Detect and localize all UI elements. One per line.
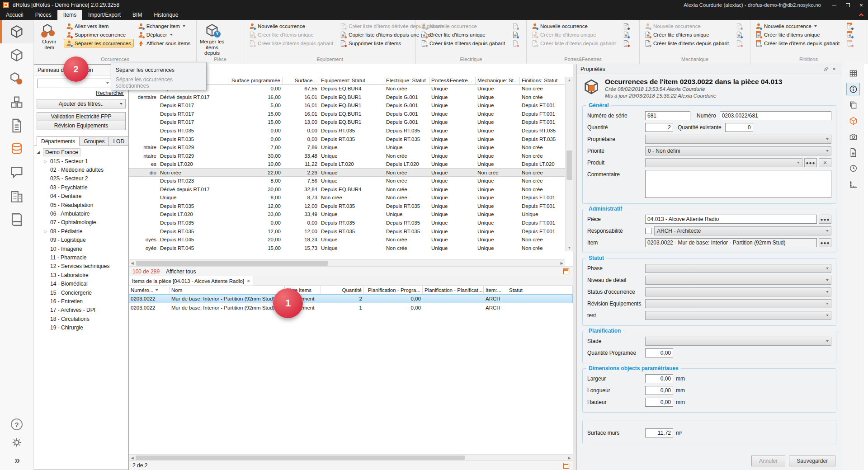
history-clock-icon[interactable] (846, 162, 860, 174)
priorite-select[interactable]: 0 - Non défini (645, 146, 831, 155)
tree-item[interactable]: ▷01S - Secteur 1 (34, 157, 128, 165)
table-row[interactable]: Depuis RT.03512,0012,00Depuis RT.035Depu… (129, 202, 573, 211)
tab-groupes[interactable]: Groupes (80, 136, 109, 146)
scroll-down-icon[interactable]: ▼ (566, 244, 573, 251)
table-row[interactable]: Unique8,008,73Non créeNon créeUniqueUniq… (129, 193, 573, 202)
module-rooms-icon[interactable] (0, 20, 33, 43)
tree-item[interactable]: 02 - Médecine adultes (34, 165, 128, 174)
close-panel-icon[interactable]: × (830, 66, 838, 72)
scroll-right-icon[interactable]: ▶ (566, 455, 573, 461)
r-vision-equipements-select[interactable] (645, 299, 831, 308)
pin-icon[interactable] (822, 66, 830, 72)
cr-er-liste-d-items-depuis-gabarit-button[interactable]: Créer liste d'items depuis gabarit (642, 39, 731, 47)
piece-field[interactable]: 04.013 - Alcove Attente Radio (645, 215, 817, 224)
tree-item[interactable]: 07 - Ophtalmologie (34, 218, 128, 227)
list-action-icon[interactable] (734, 22, 744, 30)
column-header[interactable]: Surface programmée (228, 77, 283, 84)
copy-icon[interactable] (846, 99, 860, 111)
surface-murs-field[interactable]: 11,72 (645, 428, 673, 437)
tab-départements[interactable]: Départements (37, 136, 80, 146)
module-items-icon[interactable] (0, 43, 33, 67)
measure-ruler-icon[interactable] (846, 178, 860, 190)
tree-item[interactable]: 04 - Dentaire (34, 192, 128, 201)
saved-filter-validation-electricite[interactable]: Validation Electricité FPP (37, 112, 126, 121)
nouvelle-occurrence-button[interactable]: Nouvelle occurrence (753, 22, 842, 30)
column-header[interactable]: Mechanique: St... (476, 77, 520, 84)
nouvelle-occurrence-button[interactable]: Nouvelle occurrence (529, 22, 618, 30)
numero-field[interactable]: 0203.0022/681 (720, 111, 831, 120)
cr-er-lite-d-items-unique-button[interactable]: Créer lite d'items unique (642, 30, 731, 39)
vertical-splitter[interactable] (573, 64, 576, 470)
rooms-hscrollbar[interactable]: ◀ ▶ (129, 259, 565, 266)
column-header[interactable]: Equipement: Statut (319, 77, 384, 84)
table-row[interactable]: Depuis RT.0350,000,00Depuis RT.035Depuis… (129, 135, 573, 143)
proprietaire-select[interactable] (645, 135, 831, 144)
d-placer-button[interactable]: Déplacer (136, 30, 193, 39)
table-row[interactable]: Depuis RT.01715,0016,01Depuis EQ.BUR1Dep… (129, 110, 573, 118)
tab-lod[interactable]: LOD (109, 136, 129, 146)
allez-vers-item-button[interactable]: Allez vers Item (64, 22, 134, 30)
responsabilite-checkbox[interactable] (645, 228, 651, 234)
produit-select[interactable] (645, 158, 802, 167)
tree-item[interactable]: 10 - Imagerie (34, 244, 128, 253)
list-action-icon[interactable] (510, 22, 520, 30)
tree-item[interactable]: 02S - Secteur 2 (34, 174, 128, 183)
list-action-icon[interactable] (621, 39, 631, 47)
column-header[interactable]: Portes&Fenetre... (429, 77, 476, 84)
menu-accueil[interactable]: Accueil (0, 10, 29, 20)
show-all-link[interactable]: Afficher tous (166, 268, 196, 275)
hscroll-thumb[interactable] (136, 261, 328, 266)
module-finance-icon[interactable] (0, 137, 33, 161)
scroll-left-icon[interactable]: ◀ (129, 260, 136, 267)
hscroll-thumb[interactable] (136, 456, 465, 460)
table-row[interactable]: 0203.0022Mur de base: Interior - Partiti… (129, 294, 573, 303)
menu-item-s-parer-les-occurrences[interactable]: Séparer les occurrences (111, 64, 206, 76)
piece-browse-button[interactable]: ●●● (819, 215, 831, 224)
menu-pices[interactable]: Pièces (29, 10, 57, 20)
list-action-icon[interactable] (510, 39, 520, 47)
tree-item[interactable]: 15 - Conciergerie (34, 288, 128, 297)
expander-icon[interactable]: ◢ (37, 150, 41, 155)
produit-clear-button[interactable]: × (819, 158, 831, 167)
list-action-icon[interactable] (734, 30, 744, 39)
nouvelle-occurrence-button[interactable]: Nouvelle occurrence (247, 22, 336, 30)
cr-er-lite-d-items-unique-button[interactable]: Créer lite d'items unique (753, 30, 842, 39)
cr-er-liste-d-items-depuis-gabarit-button[interactable]: Créer liste d'items depuis gabarit (247, 39, 336, 47)
room-items-tab[interactable]: Items de la pièce [04.013 - Alcove Atten… (129, 276, 253, 286)
menu-importexport[interactable]: Import/Export (82, 10, 127, 20)
table-row[interactable]: Depuis LT.02033,0033,49UniqueUniqueUniqu… (129, 210, 573, 219)
column-header[interactable]: Numéro... (129, 286, 170, 294)
list-action-icon[interactable] (845, 39, 855, 47)
afficher-sous-items-button[interactable]: Afficher sous-items (136, 39, 193, 47)
column-header[interactable]: Electrique: Statut (384, 77, 429, 84)
cr-er-lite-d-items-unique-button[interactable]: Créer lite d'items unique (419, 30, 508, 39)
column-header[interactable]: Statut (507, 286, 573, 294)
tree-root-item[interactable]: ◢Demo France (34, 148, 128, 157)
menu-item-s-pare-les-occurrences-s-lectionn-es[interactable]: Sépare les occurrences sélectionnées (111, 76, 206, 89)
tree-item[interactable]: ▷08 - Pédiatrie (34, 227, 128, 235)
tree-item[interactable]: 06 - Ambulatoire (34, 209, 128, 218)
module-building-icon[interactable] (0, 184, 33, 208)
column-header[interactable]: Planification - Progra... (364, 286, 423, 294)
list-action-icon[interactable] (621, 30, 631, 39)
produit-browse-button[interactable]: ●●● (804, 158, 817, 167)
tree-item[interactable]: 09 - Logistique (34, 236, 128, 244)
table-row[interactable]: ntaireDepuis RT.0297,007,86UniqueUniqueU… (129, 143, 573, 152)
table-row[interactable]: ntaireDepuis RT.02930,0033,48UniqueNon c… (129, 151, 573, 160)
rechercher-link[interactable]: Rechercher (34, 89, 128, 98)
numero-serie-field[interactable]: 681 (645, 111, 690, 120)
list-action-icon[interactable] (621, 22, 631, 30)
saved-filter-revision-equipements[interactable]: Révision Equipements (37, 121, 126, 130)
cr-er-liste-d-items-depuis-gabarit-button[interactable]: Créer liste d'items depuis gabarit (753, 39, 842, 47)
largeur-field[interactable]: 0,00 (645, 374, 673, 383)
list-action-icon[interactable] (734, 39, 744, 47)
quantite-programee-field[interactable]: 0,00 (645, 348, 673, 357)
list-action-icon[interactable] (510, 30, 520, 39)
longueur-field[interactable]: 0,00 (645, 386, 673, 395)
datasheet-grid-icon[interactable] (846, 67, 860, 80)
tree-item[interactable]: 03 - Psychiatrie (34, 183, 128, 192)
column-header[interactable]: Item:... (484, 286, 507, 294)
table-row[interactable]: dioNon crée22,002,29UniqueNon créeUnique… (129, 168, 573, 177)
sauvegarder-button[interactable]: Sauvegarder (789, 456, 835, 466)
table-row[interactable]: Depuis RT.0350,000,00Depuis RT.035Depuis… (129, 127, 573, 135)
